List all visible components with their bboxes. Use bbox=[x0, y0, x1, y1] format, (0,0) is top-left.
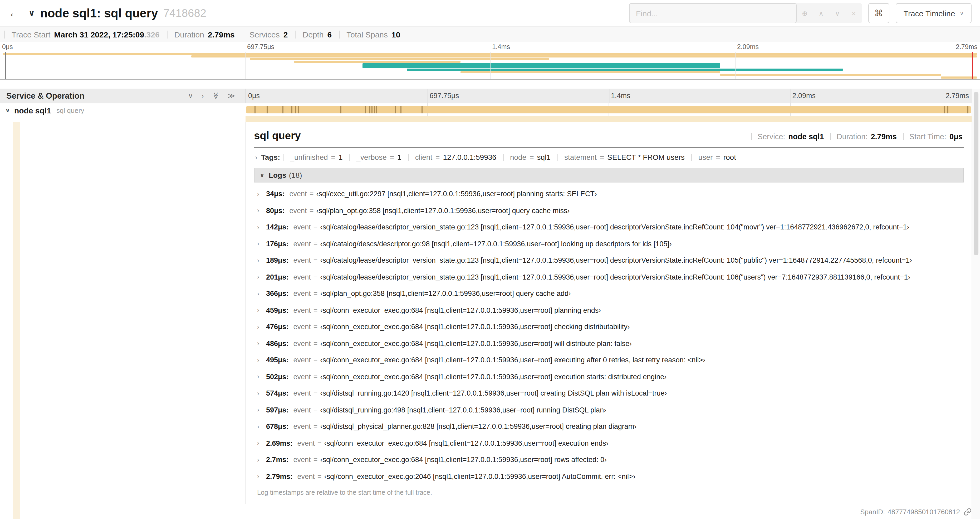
log-field-key: event bbox=[293, 373, 311, 381]
expand-one-button[interactable]: › bbox=[202, 92, 204, 99]
gridline bbox=[490, 52, 490, 79]
log-timestamp: 2.69ms: bbox=[266, 439, 293, 447]
log-value: ‹sql/catalog/lease/descriptor_version_st… bbox=[320, 257, 912, 265]
log-row[interactable]: › 486μs: event = ‹sql/conn_executor_exec… bbox=[257, 335, 964, 352]
log-value: ‹sql/conn_executor_exec.go:684 [nsql1,cl… bbox=[320, 340, 632, 348]
log-value: ‹sql/plan_opt.go:358 [nsql1,client=127.0… bbox=[316, 207, 570, 215]
span-meta-item: Service: node sql1 bbox=[751, 133, 830, 141]
clear-search-button[interactable]: × bbox=[846, 3, 862, 23]
chevron-right-icon[interactable]: › bbox=[255, 153, 258, 161]
equals-sign: = bbox=[310, 207, 314, 215]
view-dropdown[interactable]: Trace Timeline ∨ bbox=[896, 3, 972, 23]
log-row[interactable]: › 2.69ms: event = ‹sql/conn_executor_exe… bbox=[257, 435, 964, 452]
minimap-span bbox=[941, 77, 977, 78]
collapse-one-button[interactable]: ∨ bbox=[188, 92, 193, 99]
log-row[interactable]: › 142μs: event = ‹sql/catalog/lease/desc… bbox=[257, 219, 964, 235]
summary-item: Depth 6 bbox=[295, 27, 339, 42]
span-meta: Service: node sql1 Duration: 2.79ms Star… bbox=[751, 133, 964, 141]
log-row[interactable]: › 2.7ms: event = ‹sql/conn_executor_exec… bbox=[257, 452, 964, 468]
tags-list: _unfinished = 1 _verbose = 1 client bbox=[283, 153, 743, 161]
collapse-all-button[interactable]: ≫ bbox=[212, 92, 219, 99]
logs-section-toggle[interactable]: ∨ Logs (18) bbox=[254, 168, 964, 182]
log-row[interactable]: › 476μs: event = ‹sql/conn_executor_exec… bbox=[257, 319, 964, 335]
command-icon: ⌘ bbox=[874, 8, 883, 19]
summary-item: Services 2 bbox=[242, 27, 295, 42]
equals-sign: = bbox=[313, 456, 318, 464]
log-timestamp: 2.79ms: bbox=[266, 473, 293, 481]
minimap-canvas[interactable] bbox=[0, 52, 980, 80]
log-marker bbox=[291, 106, 292, 113]
chevron-down-icon: ∨ bbox=[960, 10, 964, 16]
gridline bbox=[428, 89, 428, 103]
log-timestamp: 574μs: bbox=[266, 390, 289, 398]
chevron-up-icon: ∧ bbox=[819, 9, 824, 17]
find-input[interactable] bbox=[629, 3, 797, 23]
minimap-left-scrubber[interactable] bbox=[5, 52, 6, 79]
expand-all-button[interactable]: ≫ bbox=[228, 92, 235, 99]
log-row[interactable]: › 597μs: event = ‹sql/distsql_running.go… bbox=[257, 402, 964, 418]
log-row[interactable]: › 201μs: event = ‹sql/catalog/lease/desc… bbox=[257, 269, 964, 285]
log-field-key: event bbox=[293, 240, 311, 248]
log-row[interactable]: › 678μs: event = ‹sql/distsql_physical_p… bbox=[257, 418, 964, 435]
chevron-down-icon[interactable]: ∨ bbox=[5, 107, 10, 114]
tag-value: root bbox=[724, 153, 736, 161]
log-timestamp: 459μs: bbox=[266, 307, 289, 315]
log-field-key: event bbox=[293, 224, 311, 231]
log-row[interactable]: › 80μs: event = ‹sql/plan_opt.go:358 [ns… bbox=[257, 202, 964, 219]
log-timestamp: 678μs: bbox=[266, 423, 289, 431]
trace-header: ← ∨ node sql1: sql query 7418682 ⊕ ∧ ∨ ×… bbox=[0, 0, 980, 26]
span-duration-bar[interactable] bbox=[246, 106, 971, 113]
log-row[interactable]: › 176μs: event = ‹sql/catalog/descs/desc… bbox=[257, 235, 964, 252]
back-button[interactable]: ← bbox=[0, 0, 29, 26]
span-bar-cell bbox=[245, 103, 972, 122]
prev-result-button[interactable]: ∧ bbox=[813, 3, 829, 23]
equals-sign: = bbox=[313, 406, 318, 414]
log-field-key: event bbox=[293, 323, 311, 331]
logs-title: Logs bbox=[269, 171, 286, 179]
summary-label: Duration bbox=[174, 30, 204, 39]
span-id-value: 4877749850101760812 bbox=[888, 508, 960, 516]
log-row[interactable]: › 34μs: event = ‹sql/exec_util.go:2297 [… bbox=[257, 186, 964, 202]
tags-toggle[interactable]: Tags: bbox=[261, 153, 280, 161]
equals-sign: = bbox=[600, 153, 604, 161]
span-meta-item: Duration: 2.79ms bbox=[830, 133, 903, 141]
equals-sign: = bbox=[317, 439, 322, 447]
span-row[interactable]: ∨ node sql1 sql query bbox=[0, 103, 972, 122]
log-row[interactable]: › 502μs: event = ‹sql/conn_executor_exec… bbox=[257, 369, 964, 385]
minimap-span bbox=[294, 61, 460, 63]
summary-label: Trace Start bbox=[11, 30, 50, 39]
timeline-column-header: Service & Operation ∨ › ≫ ≫ 0μs697.75μs1… bbox=[0, 89, 972, 103]
summary-value: 10 bbox=[391, 30, 400, 39]
summary-value: 2.79ms bbox=[208, 30, 235, 39]
collapse-title-chevron-icon[interactable]: ∨ bbox=[29, 8, 35, 18]
log-marker bbox=[372, 106, 373, 113]
log-timestamp: 34μs: bbox=[266, 190, 285, 198]
span-row-label[interactable]: ∨ node sql1 sql query bbox=[0, 103, 245, 117]
vertical-scrollbar[interactable] bbox=[972, 89, 980, 519]
time-tick-label: 697.75μs bbox=[245, 43, 274, 51]
log-field-key: event bbox=[293, 390, 311, 398]
log-row[interactable]: › 189μs: event = ‹sql/catalog/lease/desc… bbox=[257, 252, 964, 269]
log-timestamp: 201μs: bbox=[266, 273, 289, 281]
log-row[interactable]: › 459μs: event = ‹sql/conn_executor_exec… bbox=[257, 302, 964, 319]
log-row[interactable]: › 495μs: event = ‹sql/conn_executor_exec… bbox=[257, 352, 964, 369]
minimap-right-scrubber[interactable] bbox=[972, 52, 973, 79]
log-row[interactable]: › 366μs: event = ‹sql/plan_opt.go:358 [n… bbox=[257, 285, 964, 302]
keyboard-shortcuts-button[interactable]: ⌘ bbox=[868, 3, 889, 23]
span-meta-value: 2.79ms bbox=[871, 133, 896, 141]
log-row[interactable]: › 2.79ms: event = ‹sql/conn_executor_exe… bbox=[257, 468, 964, 485]
tag-item: _unfinished = 1 bbox=[283, 153, 349, 161]
tag-item: user = root bbox=[692, 153, 743, 161]
next-result-button[interactable]: ∨ bbox=[829, 3, 846, 23]
span-meta-value: 0μs bbox=[950, 133, 963, 141]
equals-sign: = bbox=[530, 153, 534, 161]
scrollbar-thumb[interactable] bbox=[974, 92, 978, 255]
focus-matches-button[interactable]: ⊕ bbox=[797, 3, 813, 23]
service-operation-header-cell: Service & Operation ∨ › ≫ ≫ bbox=[0, 89, 245, 103]
detail-accent-str bbox=[245, 116, 972, 122]
summary-value: 6 bbox=[328, 30, 332, 39]
log-row[interactable]: › 574μs: event = ‹sql/distsql_running.go… bbox=[257, 385, 964, 402]
equals-sign: = bbox=[313, 356, 318, 364]
link-icon[interactable] bbox=[964, 508, 972, 516]
log-value: ‹sql/conn_executor_exec.go:684 [nsql1,cl… bbox=[320, 323, 630, 331]
